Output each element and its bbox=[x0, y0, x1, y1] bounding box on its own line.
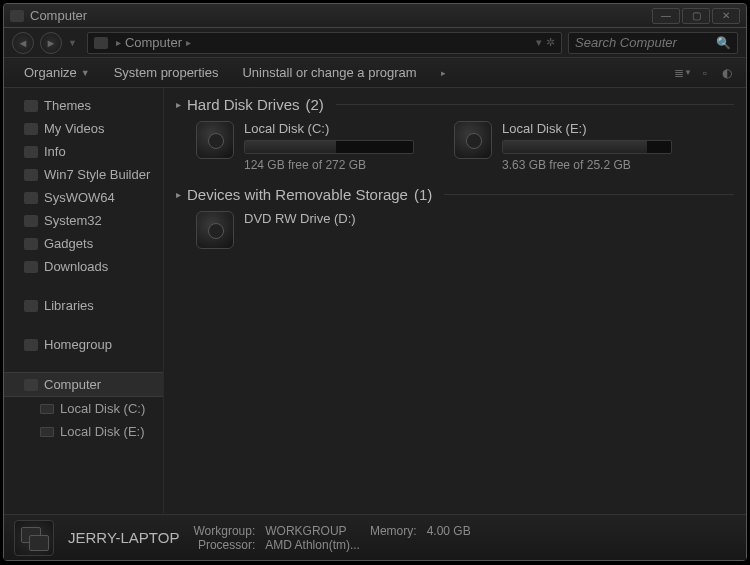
chevron-right-icon: ▸ bbox=[116, 37, 121, 48]
drive-label: DVD RW Drive (D:) bbox=[244, 211, 356, 226]
refresh-icon[interactable]: ✲ bbox=[546, 36, 555, 49]
close-button[interactable]: ✕ bbox=[712, 8, 740, 24]
address-dropdown-icon[interactable]: ▾ bbox=[536, 36, 542, 49]
processor-value: AMD Athlon(tm)... bbox=[265, 538, 360, 552]
sidebar-item-local-disk-e[interactable]: Local Disk (E:) bbox=[4, 420, 163, 443]
history-dropdown-icon[interactable]: ▼ bbox=[68, 38, 77, 48]
sidebar-item-syswow64[interactable]: SysWOW64 bbox=[4, 186, 163, 209]
folder-icon bbox=[24, 261, 38, 273]
sidebar-item-my-videos[interactable]: My Videos bbox=[4, 117, 163, 140]
collapse-icon: ▸ bbox=[176, 189, 181, 200]
drive-icon bbox=[40, 427, 54, 437]
computer-name: JERRY-LAPTOP bbox=[68, 529, 179, 546]
maximize-button[interactable]: ▢ bbox=[682, 8, 710, 24]
sidebar-item-homegroup[interactable]: Homegroup bbox=[4, 333, 163, 356]
system-properties-button[interactable]: System properties bbox=[102, 61, 231, 84]
processor-label: Processor: bbox=[193, 538, 255, 552]
folder-icon bbox=[24, 238, 38, 250]
organize-button[interactable]: Organize ▼ bbox=[12, 61, 102, 84]
titlebar: Computer — ▢ ✕ bbox=[4, 4, 746, 28]
breadcrumb-item[interactable]: Computer bbox=[125, 35, 182, 50]
memory-value: 4.00 GB bbox=[427, 524, 471, 538]
toolbar: Organize ▼ System properties Uninstall o… bbox=[4, 58, 746, 88]
search-icon: 🔍 bbox=[716, 36, 731, 50]
sidebar-item-themes[interactable]: Themes bbox=[4, 94, 163, 117]
chevron-down-icon: ▼ bbox=[81, 68, 90, 78]
group-header-hard-disks[interactable]: ▸ Hard Disk Drives (2) bbox=[176, 96, 734, 113]
folder-icon bbox=[24, 192, 38, 204]
address-bar[interactable]: ▸ Computer ▸ ▾ ✲ bbox=[87, 32, 562, 54]
homegroup-icon bbox=[24, 339, 38, 351]
folder-icon bbox=[24, 100, 38, 112]
back-button[interactable]: ◄ bbox=[12, 32, 34, 54]
preview-pane-icon[interactable]: ▫ bbox=[694, 63, 716, 83]
folder-icon bbox=[24, 123, 38, 135]
sidebar-item-system32[interactable]: System32 bbox=[4, 209, 163, 232]
drive-free-text: 3.63 GB free of 25.2 GB bbox=[502, 158, 672, 172]
uninstall-program-button[interactable]: Uninstall or change a program bbox=[230, 61, 428, 84]
folder-icon bbox=[24, 146, 38, 158]
sidebar-item-computer[interactable]: Computer bbox=[4, 372, 163, 397]
explorer-window: Computer — ▢ ✕ ◄ ► ▼ ▸ Computer ▸ ▾ ✲ 🔍 bbox=[3, 3, 747, 561]
sidebar-item-libraries[interactable]: Libraries bbox=[4, 294, 163, 317]
details-pane: JERRY-LAPTOP Workgroup: WORKGROUP Memory… bbox=[4, 514, 746, 560]
search-input[interactable] bbox=[575, 35, 712, 50]
organize-label: Organize bbox=[24, 65, 77, 80]
hard-drive-icon bbox=[196, 121, 234, 159]
navigation-pane: Themes My Videos Info Win7 Style Builder… bbox=[4, 88, 164, 514]
minimize-button[interactable]: — bbox=[652, 8, 680, 24]
sidebar-item-gadgets[interactable]: Gadgets bbox=[4, 232, 163, 255]
computer-icon bbox=[94, 37, 108, 49]
divider bbox=[444, 194, 734, 195]
folder-icon bbox=[24, 169, 38, 181]
libraries-icon bbox=[24, 300, 38, 312]
search-box[interactable]: 🔍 bbox=[568, 32, 738, 54]
folder-icon bbox=[24, 215, 38, 227]
memory-label: Memory: bbox=[370, 524, 417, 538]
drive-label: Local Disk (C:) bbox=[244, 121, 414, 136]
hard-drive-icon bbox=[454, 121, 492, 159]
view-options-icon[interactable]: ≣ ▼ bbox=[672, 63, 694, 83]
content-pane: ▸ Hard Disk Drives (2) Local Disk (C:) 1… bbox=[164, 88, 746, 514]
sidebar-item-win7-style-builder[interactable]: Win7 Style Builder bbox=[4, 163, 163, 186]
computer-large-icon bbox=[14, 520, 54, 556]
help-icon[interactable]: ◐ bbox=[716, 63, 738, 83]
workgroup-value: WORKGROUP bbox=[265, 524, 360, 538]
chevron-right-icon: ▸ bbox=[186, 37, 191, 48]
optical-drive-icon bbox=[196, 211, 234, 249]
drive-icon bbox=[40, 404, 54, 414]
sidebar-item-downloads[interactable]: Downloads bbox=[4, 255, 163, 278]
group-header-removable[interactable]: ▸ Devices with Removable Storage (1) bbox=[176, 186, 734, 203]
toolbar-overflow-icon[interactable]: ▸ bbox=[429, 64, 458, 82]
drive-label: Local Disk (E:) bbox=[502, 121, 672, 136]
sidebar-item-local-disk-c[interactable]: Local Disk (C:) bbox=[4, 397, 163, 420]
usage-bar bbox=[502, 140, 672, 154]
usage-bar bbox=[244, 140, 414, 154]
forward-button[interactable]: ► bbox=[40, 32, 62, 54]
computer-icon bbox=[24, 379, 38, 391]
drive-dvd-rw-d[interactable]: DVD RW Drive (D:) bbox=[196, 211, 356, 249]
divider bbox=[336, 104, 734, 105]
window-title: Computer bbox=[30, 8, 87, 23]
app-icon bbox=[10, 10, 24, 22]
address-row: ◄ ► ▼ ▸ Computer ▸ ▾ ✲ 🔍 bbox=[4, 28, 746, 58]
drive-free-text: 124 GB free of 272 GB bbox=[244, 158, 414, 172]
sidebar-item-info[interactable]: Info bbox=[4, 140, 163, 163]
drive-local-disk-c[interactable]: Local Disk (C:) 124 GB free of 272 GB bbox=[196, 121, 414, 172]
collapse-icon: ▸ bbox=[176, 99, 181, 110]
workgroup-label: Workgroup: bbox=[193, 524, 255, 538]
drive-local-disk-e[interactable]: Local Disk (E:) 3.63 GB free of 25.2 GB bbox=[454, 121, 672, 172]
